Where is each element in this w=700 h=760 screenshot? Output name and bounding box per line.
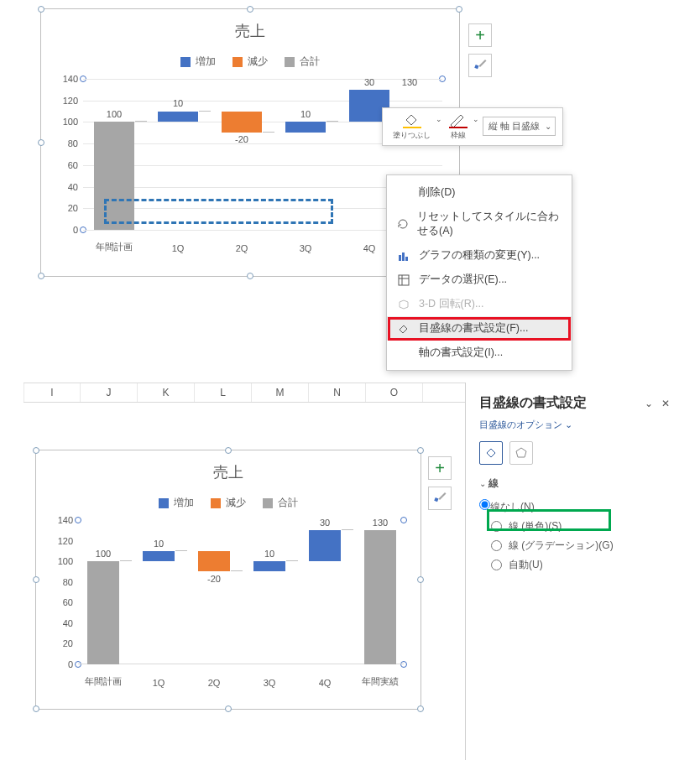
bar-increase[interactable] [253, 561, 285, 571]
fill-dropdown[interactable]: 塗りつぶし ⌄ [389, 113, 442, 140]
x-label: 3Q [274, 243, 337, 253]
resize-handle[interactable] [417, 447, 424, 454]
y-tick: 120 [48, 536, 73, 546]
bar-decrease[interactable] [198, 551, 230, 572]
column-header[interactable]: M [252, 383, 309, 402]
svg-rect-2 [405, 257, 408, 261]
chart-element-selector[interactable]: 縦 軸 目盛線 [483, 117, 556, 136]
chart-styles-button[interactable] [468, 54, 492, 77]
gridline[interactable] [83, 165, 442, 166]
radio-no-line[interactable]: 線なし(N) [479, 501, 535, 513]
column-header[interactable]: K [138, 383, 195, 402]
data-label: 130 [379, 77, 441, 87]
resize-handle[interactable] [417, 576, 424, 583]
ctx-format-gridlines[interactable]: 目盛線の書式設定(F)... [387, 316, 572, 341]
x-label: 年間計画 [83, 241, 145, 253]
legend-entry-increase[interactable]: 増加 [180, 55, 216, 69]
svg-rect-3 [399, 275, 409, 285]
connector [199, 111, 211, 112]
ctx-format-axis[interactable]: 軸の書式設定(I)... [387, 341, 572, 365]
legend-label: 合計 [278, 496, 298, 510]
chart-title[interactable]: 売上 [41, 21, 459, 41]
group-line-header[interactable]: 線 [479, 476, 670, 491]
resize-handle[interactable] [225, 447, 232, 454]
resize-handle[interactable] [33, 705, 39, 712]
x-label: 1Q [133, 678, 184, 688]
y-tick: 0 [55, 225, 78, 235]
column-header[interactable]: O [366, 383, 423, 402]
column-header[interactable]: I [24, 383, 81, 402]
bar-decrease[interactable] [222, 112, 262, 133]
dashed-selection[interactable] [104, 199, 333, 224]
effects-tab[interactable] [509, 441, 533, 465]
x-label: 年間実績 [355, 675, 405, 688]
plot-area[interactable]: 140 120 100 80 60 40 20 0 100年間計画 101Q -… [78, 520, 404, 664]
mini-toolbar: 塗りつぶし ⌄ 枠線 ⌄ 縦 軸 目盛線 [382, 107, 563, 146]
plus-icon: + [475, 26, 485, 45]
bar-increase[interactable] [309, 530, 341, 561]
data-label: 10 [133, 539, 184, 549]
chart-title[interactable]: 売上 [36, 462, 421, 482]
outline-dropdown[interactable]: 枠線 ⌄ [446, 113, 479, 140]
resize-handle[interactable] [417, 705, 424, 712]
bar-increase[interactable] [143, 551, 175, 561]
chart-legend[interactable]: 増加 減少 合計 [41, 55, 459, 69]
column-header[interactable]: J [81, 383, 138, 402]
resize-handle[interactable] [456, 6, 462, 13]
bar-total[interactable] [364, 530, 396, 664]
radio-gradient-line[interactable]: 線 (グラデーション)(G) [491, 539, 670, 553]
y-tick: 40 [48, 618, 73, 628]
radio-solid-line[interactable]: 線 (単色)(S) [491, 519, 670, 534]
column-header[interactable]: N [309, 383, 366, 402]
chart-elements-button[interactable]: + [428, 456, 452, 480]
ctx-reset-style[interactable]: リセットしてスタイルに合わせる(A) [387, 205, 572, 243]
chart-legend[interactable]: 増加 減少 合計 [36, 496, 421, 510]
connector [263, 132, 274, 133]
chart-styles-button[interactable] [428, 487, 452, 510]
blank-icon [397, 186, 410, 200]
ctx-label: 軸の書式設定(I)... [419, 346, 503, 360]
legend-entry-increase[interactable]: 増加 [159, 496, 194, 510]
plot-handle[interactable] [75, 517, 81, 523]
resize-handle[interactable] [225, 705, 232, 712]
radio-input[interactable] [491, 521, 502, 532]
bar-total[interactable] [87, 561, 119, 664]
radio-input[interactable] [479, 499, 490, 510]
fill-line-tab[interactable] [479, 441, 503, 465]
legend-entry-total[interactable]: 合計 [285, 55, 320, 69]
resize-handle[interactable] [33, 576, 39, 583]
collapse-pane-button[interactable]: ⌄ [645, 398, 653, 409]
ctx-select-data[interactable]: データの選択(E)... [387, 268, 572, 292]
bar-increase[interactable] [285, 122, 326, 133]
data-label: -20 [211, 134, 273, 144]
plot-handle[interactable] [75, 661, 81, 668]
svg-rect-0 [399, 255, 401, 261]
legend-entry-decrease[interactable]: 減少 [211, 496, 246, 510]
ctx-label: リセットしてスタイルに合わせる(A) [417, 210, 562, 238]
legend-entry-total[interactable]: 合計 [263, 496, 298, 510]
resize-handle[interactable] [38, 6, 44, 13]
radio-input[interactable] [491, 540, 502, 551]
legend-swatch [232, 57, 243, 67]
radio-automatic[interactable]: 自動(U) [491, 558, 670, 572]
radio-input[interactable] [491, 560, 502, 570]
close-pane-button[interactable]: ✕ [661, 398, 670, 409]
y-tick: 60 [48, 597, 73, 607]
ctx-change-chart-type[interactable]: グラフの種類の変更(Y)... [387, 243, 572, 268]
ctx-delete[interactable]: 削除(D) [387, 180, 572, 205]
legend-swatch [263, 498, 273, 508]
embedded-chart-bottom[interactable]: 売上 増加 減少 合計 140 120 100 80 60 40 20 [35, 450, 421, 710]
resize-handle[interactable] [33, 447, 39, 454]
resize-handle[interactable] [38, 273, 44, 279]
bar-increase[interactable] [158, 112, 198, 122]
plot-handle[interactable] [400, 661, 407, 668]
gridline-options-link[interactable]: 目盛線のオプション ⌄ [479, 419, 572, 431]
legend-entry-decrease[interactable]: 減少 [232, 55, 268, 69]
resize-handle[interactable] [38, 139, 44, 146]
paint-bucket-icon [403, 113, 421, 130]
resize-handle[interactable] [247, 273, 253, 279]
column-header[interactable]: L [195, 383, 252, 402]
chart-elements-button[interactable]: + [468, 23, 492, 47]
data-label: 130 [355, 518, 405, 528]
resize-handle[interactable] [247, 6, 253, 13]
